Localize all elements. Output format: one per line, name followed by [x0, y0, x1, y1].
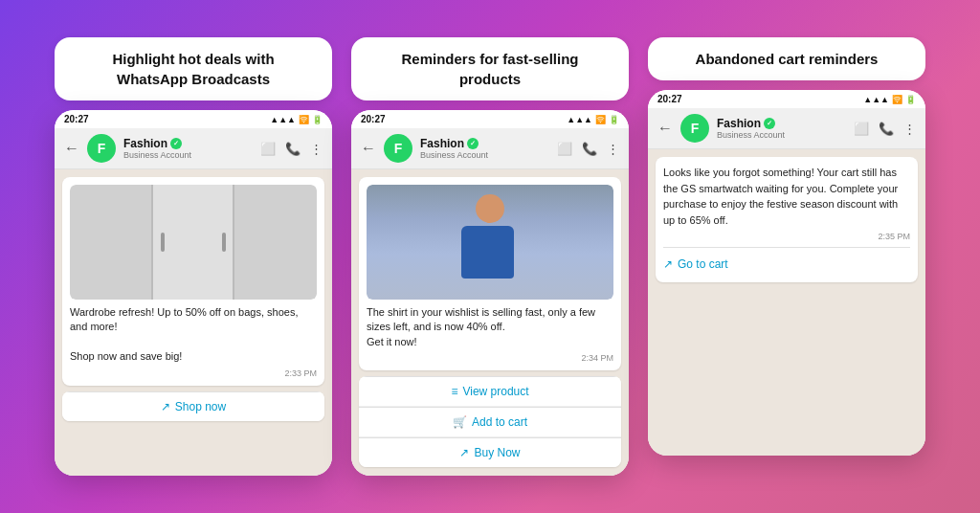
abandoned-battery-icon: 🔋 [905, 95, 916, 104]
reminders-contact-subtitle: Business Account [420, 150, 549, 160]
shirt-body [461, 226, 514, 279]
abandoned-cart-header-actions: ⬜ 📞 ⋮ [854, 122, 916, 136]
abandoned-cart-contact-info: Fashion ✓ Business Account [717, 117, 846, 140]
broadcast-phone-icon[interactable]: 📞 [285, 142, 301, 156]
broadcast-message-image [70, 185, 317, 300]
abandoned-cart-contact-name: Fashion ✓ [717, 117, 846, 130]
broadcast-status-icons: ▲▲▲ 🛜 🔋 [270, 115, 323, 124]
reminders-status-icons: ▲▲▲ 🛜 🔋 [567, 115, 619, 124]
abandoned-cart-avatar: F [680, 114, 709, 143]
shop-now-link-icon: ↗ [161, 400, 170, 413]
abandoned-cart-verified-badge: ✓ [764, 118, 775, 129]
shirt-head [476, 194, 504, 223]
broadcast-contact-name: Fashion ✓ [123, 137, 253, 150]
broadcast-message-bubble: Wardrobe refresh! Up to 50% off on bags,… [62, 177, 324, 386]
shirt-figure [461, 194, 519, 279]
abandoned-cart-contact-subtitle: Business Account [717, 130, 846, 140]
abandoned-cart-back-button[interactable]: ← [657, 120, 673, 137]
reminders-header-actions: ⬜ 📞 ⋮ [557, 142, 619, 156]
abandoned-cart-wrapper: Abandoned cart reminders 20:27 ▲▲▲ 🛜 🔋 ←… [648, 37, 925, 456]
broadcast-status-bar: 20:27 ▲▲▲ 🛜 🔋 [55, 110, 332, 128]
abandoned-cart-status-icons: ▲▲▲ 🛜 🔋 [863, 95, 916, 104]
abandoned-cart-message-time: 2:35 PM [663, 232, 910, 241]
reminders-back-button[interactable]: ← [361, 140, 376, 157]
cards-container: Highlight hot deals withWhatsApp Broadca… [35, 18, 945, 495]
reminders-message-text: The shirt in your wishlist is selling fa… [367, 305, 613, 349]
broadcast-avatar: F [87, 134, 116, 163]
go-to-cart-link-icon: ↗ [663, 257, 673, 271]
broadcast-chat-header: ← F Fashion ✓ Business Account ⬜ 📞 ⋮ [55, 128, 332, 169]
broadcast-chat-body: Wardrobe refresh! Up to 50% off on bags,… [55, 169, 332, 476]
broadcast-card-title: Highlight hot deals withWhatsApp Broadca… [55, 37, 332, 100]
abandoned-cart-message-text: Looks like you forgot something! Your ca… [663, 165, 910, 228]
wifi-icon: 🛜 [299, 115, 309, 124]
broadcast-shop-now-button[interactable]: ↗ Shop now [62, 391, 324, 421]
reminders-chat-body: The shirt in your wishlist is selling fa… [351, 169, 629, 476]
reminders-video-icon[interactable]: ⬜ [557, 142, 572, 156]
abandoned-cart-time: 20:27 [657, 94, 682, 104]
broadcast-verified-badge: ✓ [170, 138, 182, 149]
handle-right [222, 233, 226, 252]
view-product-button[interactable]: ≡ View product [359, 376, 621, 407]
abandoned-wifi-icon: 🛜 [892, 95, 902, 104]
reminders-avatar: F [384, 134, 412, 163]
reminders-contact-info: Fashion ✓ Business Account [420, 137, 549, 160]
buy-now-link-icon: ↗ [459, 446, 469, 459]
abandoned-cart-title: Abandoned cart reminders [648, 37, 925, 80]
reminders-more-icon[interactable]: ⋮ [607, 142, 619, 156]
broadcast-video-icon[interactable]: ⬜ [260, 142, 276, 156]
reminders-status-bar: 20:27 ▲▲▲ 🛜 🔋 [351, 110, 629, 128]
wardrobe-handles [161, 233, 226, 252]
reminders-message-time: 2:34 PM [367, 353, 613, 363]
broadcast-header-actions: ⬜ 📞 ⋮ [260, 142, 323, 156]
reminders-chat-header: ← F Fashion ✓ Business Account ⬜ 📞 ⋮ [351, 128, 629, 169]
abandoned-phone-icon[interactable]: 📞 [879, 122, 894, 136]
abandoned-more-icon[interactable]: ⋮ [903, 122, 916, 136]
broadcast-more-icon[interactable]: ⋮ [310, 142, 323, 156]
go-to-cart-label: Go to cart [678, 257, 728, 271]
broadcast-time: 20:27 [64, 114, 89, 124]
broadcast-action-buttons: ↗ Shop now [62, 391, 324, 421]
reminders-card-wrapper: Reminders for fast-sellingproducts 20:27… [351, 37, 629, 476]
abandoned-cart-status-bar: 20:27 ▲▲▲ 🛜 🔋 [648, 90, 925, 108]
broadcast-card-wrapper: Highlight hot deals withWhatsApp Broadca… [55, 37, 332, 476]
wardrobe-image [70, 185, 317, 300]
abandoned-signal-icon: ▲▲▲ [863, 95, 889, 104]
broadcast-back-button[interactable]: ← [64, 140, 79, 157]
reminders-card-title: Reminders for fast-sellingproducts [351, 37, 629, 100]
handle-left [161, 233, 165, 252]
abandoned-cart-chat-body: Looks like you forgot something! Your ca… [648, 149, 925, 456]
abandoned-cart-chat-header: ← F Fashion ✓ Business Account ⬜ 📞 ⋮ [648, 108, 925, 149]
reminders-phone-icon[interactable]: 📞 [582, 142, 597, 156]
broadcast-message-text: Wardrobe refresh! Up to 50% off on bags,… [70, 305, 317, 365]
broadcast-contact-subtitle: Business Account [123, 150, 253, 160]
reminders-contact-name: Fashion ✓ [420, 137, 549, 150]
reminders-wifi-icon: 🛜 [595, 115, 606, 124]
reminders-phone-mockup: 20:27 ▲▲▲ 🛜 🔋 ← F Fashion ✓ Business Acc… [351, 110, 629, 476]
abandoned-cart-phone-mockup: 20:27 ▲▲▲ 🛜 🔋 ← F Fashion ✓ Business Acc… [648, 90, 925, 456]
add-to-cart-label: Add to cart [472, 415, 527, 429]
signal-icon: ▲▲▲ [270, 115, 296, 124]
reminders-time: 20:27 [361, 114, 386, 124]
view-product-list-icon: ≡ [451, 385, 457, 398]
reminders-battery-icon: 🔋 [609, 115, 619, 124]
abandoned-cart-message-bubble: Looks like you forgot something! Your ca… [656, 157, 918, 282]
reminders-action-buttons: ≡ View product 🛒 Add to cart ↗ Buy Now [359, 376, 621, 467]
battery-icon: 🔋 [312, 115, 323, 124]
shop-now-label: Shop now [175, 400, 226, 413]
buy-now-label: Buy Now [474, 446, 520, 459]
broadcast-message-time: 2:33 PM [70, 368, 317, 378]
buy-now-button[interactable]: ↗ Buy Now [359, 437, 621, 467]
add-to-cart-icon: 🛒 [453, 415, 467, 429]
broadcast-contact-info: Fashion ✓ Business Account [123, 137, 253, 160]
shirt-image [367, 185, 613, 300]
view-product-label: View product [462, 385, 528, 398]
add-to-cart-button[interactable]: 🛒 Add to cart [359, 407, 621, 437]
reminders-verified-badge: ✓ [467, 138, 479, 149]
go-to-cart-button[interactable]: ↗ Go to cart [663, 254, 910, 275]
reminders-signal-icon: ▲▲▲ [567, 115, 592, 124]
abandoned-video-icon[interactable]: ⬜ [854, 122, 869, 136]
broadcast-phone-mockup: 20:27 ▲▲▲ 🛜 🔋 ← F Fashion ✓ Business Acc… [55, 110, 332, 476]
reminders-message-image [367, 185, 613, 300]
reminders-message-bubble: The shirt in your wishlist is selling fa… [359, 177, 621, 370]
